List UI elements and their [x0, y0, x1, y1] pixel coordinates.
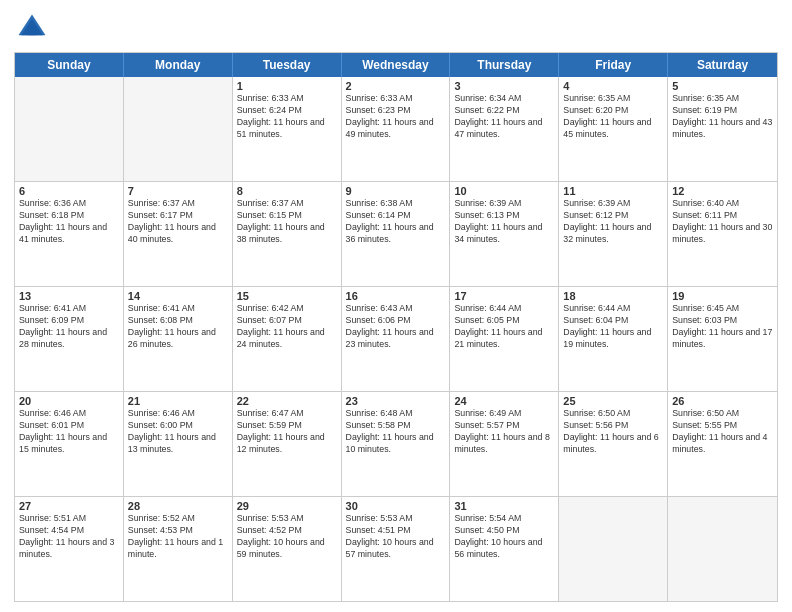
- calendar-row-4: 27Sunrise: 5:51 AM Sunset: 4:54 PM Dayli…: [15, 496, 777, 601]
- day-number: 22: [237, 395, 337, 407]
- logo-icon: [14, 10, 50, 46]
- day-info: Sunrise: 6:46 AM Sunset: 6:00 PM Dayligh…: [128, 408, 228, 456]
- day-number: 21: [128, 395, 228, 407]
- day-info: Sunrise: 6:33 AM Sunset: 6:23 PM Dayligh…: [346, 93, 446, 141]
- day-number: 25: [563, 395, 663, 407]
- calendar-cell: 24Sunrise: 6:49 AM Sunset: 5:57 PM Dayli…: [450, 392, 559, 496]
- calendar-cell: 20Sunrise: 6:46 AM Sunset: 6:01 PM Dayli…: [15, 392, 124, 496]
- day-info: Sunrise: 6:41 AM Sunset: 6:09 PM Dayligh…: [19, 303, 119, 351]
- day-number: 19: [672, 290, 773, 302]
- day-info: Sunrise: 6:38 AM Sunset: 6:14 PM Dayligh…: [346, 198, 446, 246]
- day-number: 2: [346, 80, 446, 92]
- calendar-cell: 21Sunrise: 6:46 AM Sunset: 6:00 PM Dayli…: [124, 392, 233, 496]
- day-number: 12: [672, 185, 773, 197]
- calendar-cell: 7Sunrise: 6:37 AM Sunset: 6:17 PM Daylig…: [124, 182, 233, 286]
- day-number: 3: [454, 80, 554, 92]
- day-info: Sunrise: 5:52 AM Sunset: 4:53 PM Dayligh…: [128, 513, 228, 561]
- day-number: 28: [128, 500, 228, 512]
- page: SundayMondayTuesdayWednesdayThursdayFrid…: [0, 0, 792, 612]
- day-number: 11: [563, 185, 663, 197]
- day-number: 6: [19, 185, 119, 197]
- day-number: 8: [237, 185, 337, 197]
- day-number: 17: [454, 290, 554, 302]
- day-info: Sunrise: 6:33 AM Sunset: 6:24 PM Dayligh…: [237, 93, 337, 141]
- calendar-cell: 22Sunrise: 6:47 AM Sunset: 5:59 PM Dayli…: [233, 392, 342, 496]
- calendar-cell: 1Sunrise: 6:33 AM Sunset: 6:24 PM Daylig…: [233, 77, 342, 181]
- day-number: 16: [346, 290, 446, 302]
- calendar-row-2: 13Sunrise: 6:41 AM Sunset: 6:09 PM Dayli…: [15, 286, 777, 391]
- day-info: Sunrise: 6:50 AM Sunset: 5:56 PM Dayligh…: [563, 408, 663, 456]
- day-info: Sunrise: 5:51 AM Sunset: 4:54 PM Dayligh…: [19, 513, 119, 561]
- day-info: Sunrise: 6:44 AM Sunset: 6:04 PM Dayligh…: [563, 303, 663, 351]
- day-number: 26: [672, 395, 773, 407]
- calendar-cell: 12Sunrise: 6:40 AM Sunset: 6:11 PM Dayli…: [668, 182, 777, 286]
- calendar-cell: 29Sunrise: 5:53 AM Sunset: 4:52 PM Dayli…: [233, 497, 342, 601]
- calendar-cell: 30Sunrise: 5:53 AM Sunset: 4:51 PM Dayli…: [342, 497, 451, 601]
- calendar-cell: 4Sunrise: 6:35 AM Sunset: 6:20 PM Daylig…: [559, 77, 668, 181]
- day-info: Sunrise: 6:39 AM Sunset: 6:12 PM Dayligh…: [563, 198, 663, 246]
- calendar-cell: 8Sunrise: 6:37 AM Sunset: 6:15 PM Daylig…: [233, 182, 342, 286]
- calendar-row-0: 1Sunrise: 6:33 AM Sunset: 6:24 PM Daylig…: [15, 77, 777, 181]
- calendar-cell: [124, 77, 233, 181]
- calendar-cell: 11Sunrise: 6:39 AM Sunset: 6:12 PM Dayli…: [559, 182, 668, 286]
- day-info: Sunrise: 5:53 AM Sunset: 4:52 PM Dayligh…: [237, 513, 337, 561]
- day-info: Sunrise: 6:50 AM Sunset: 5:55 PM Dayligh…: [672, 408, 773, 456]
- day-info: Sunrise: 6:43 AM Sunset: 6:06 PM Dayligh…: [346, 303, 446, 351]
- header-day-sunday: Sunday: [15, 53, 124, 77]
- day-number: 5: [672, 80, 773, 92]
- calendar-cell: 18Sunrise: 6:44 AM Sunset: 6:04 PM Dayli…: [559, 287, 668, 391]
- day-number: 23: [346, 395, 446, 407]
- calendar-header: SundayMondayTuesdayWednesdayThursdayFrid…: [15, 53, 777, 77]
- day-number: 24: [454, 395, 554, 407]
- day-info: Sunrise: 6:34 AM Sunset: 6:22 PM Dayligh…: [454, 93, 554, 141]
- day-info: Sunrise: 6:44 AM Sunset: 6:05 PM Dayligh…: [454, 303, 554, 351]
- day-info: Sunrise: 6:46 AM Sunset: 6:01 PM Dayligh…: [19, 408, 119, 456]
- day-info: Sunrise: 5:53 AM Sunset: 4:51 PM Dayligh…: [346, 513, 446, 561]
- calendar-cell: 6Sunrise: 6:36 AM Sunset: 6:18 PM Daylig…: [15, 182, 124, 286]
- day-info: Sunrise: 6:42 AM Sunset: 6:07 PM Dayligh…: [237, 303, 337, 351]
- calendar-body: 1Sunrise: 6:33 AM Sunset: 6:24 PM Daylig…: [15, 77, 777, 601]
- calendar-cell: 13Sunrise: 6:41 AM Sunset: 6:09 PM Dayli…: [15, 287, 124, 391]
- day-number: 27: [19, 500, 119, 512]
- calendar-cell: [15, 77, 124, 181]
- day-info: Sunrise: 6:37 AM Sunset: 6:17 PM Dayligh…: [128, 198, 228, 246]
- calendar-cell: 10Sunrise: 6:39 AM Sunset: 6:13 PM Dayli…: [450, 182, 559, 286]
- day-number: 29: [237, 500, 337, 512]
- day-number: 31: [454, 500, 554, 512]
- day-info: Sunrise: 6:35 AM Sunset: 6:20 PM Dayligh…: [563, 93, 663, 141]
- day-number: 14: [128, 290, 228, 302]
- day-info: Sunrise: 6:39 AM Sunset: 6:13 PM Dayligh…: [454, 198, 554, 246]
- day-info: Sunrise: 6:36 AM Sunset: 6:18 PM Dayligh…: [19, 198, 119, 246]
- header-day-monday: Monday: [124, 53, 233, 77]
- day-number: 7: [128, 185, 228, 197]
- day-info: Sunrise: 6:48 AM Sunset: 5:58 PM Dayligh…: [346, 408, 446, 456]
- day-info: Sunrise: 6:35 AM Sunset: 6:19 PM Dayligh…: [672, 93, 773, 141]
- calendar: SundayMondayTuesdayWednesdayThursdayFrid…: [14, 52, 778, 602]
- calendar-cell: 2Sunrise: 6:33 AM Sunset: 6:23 PM Daylig…: [342, 77, 451, 181]
- day-number: 4: [563, 80, 663, 92]
- calendar-cell: [668, 497, 777, 601]
- day-number: 13: [19, 290, 119, 302]
- header-day-thursday: Thursday: [450, 53, 559, 77]
- calendar-cell: 3Sunrise: 6:34 AM Sunset: 6:22 PM Daylig…: [450, 77, 559, 181]
- calendar-cell: [559, 497, 668, 601]
- day-number: 10: [454, 185, 554, 197]
- calendar-row-3: 20Sunrise: 6:46 AM Sunset: 6:01 PM Dayli…: [15, 391, 777, 496]
- header-day-wednesday: Wednesday: [342, 53, 451, 77]
- calendar-cell: 17Sunrise: 6:44 AM Sunset: 6:05 PM Dayli…: [450, 287, 559, 391]
- day-number: 15: [237, 290, 337, 302]
- day-number: 9: [346, 185, 446, 197]
- calendar-cell: 26Sunrise: 6:50 AM Sunset: 5:55 PM Dayli…: [668, 392, 777, 496]
- calendar-cell: 25Sunrise: 6:50 AM Sunset: 5:56 PM Dayli…: [559, 392, 668, 496]
- logo: [14, 10, 54, 46]
- day-number: 1: [237, 80, 337, 92]
- header-day-saturday: Saturday: [668, 53, 777, 77]
- day-info: Sunrise: 6:41 AM Sunset: 6:08 PM Dayligh…: [128, 303, 228, 351]
- calendar-cell: 16Sunrise: 6:43 AM Sunset: 6:06 PM Dayli…: [342, 287, 451, 391]
- calendar-cell: 14Sunrise: 6:41 AM Sunset: 6:08 PM Dayli…: [124, 287, 233, 391]
- day-info: Sunrise: 6:49 AM Sunset: 5:57 PM Dayligh…: [454, 408, 554, 456]
- day-number: 20: [19, 395, 119, 407]
- calendar-cell: 15Sunrise: 6:42 AM Sunset: 6:07 PM Dayli…: [233, 287, 342, 391]
- day-number: 18: [563, 290, 663, 302]
- header: [14, 10, 778, 46]
